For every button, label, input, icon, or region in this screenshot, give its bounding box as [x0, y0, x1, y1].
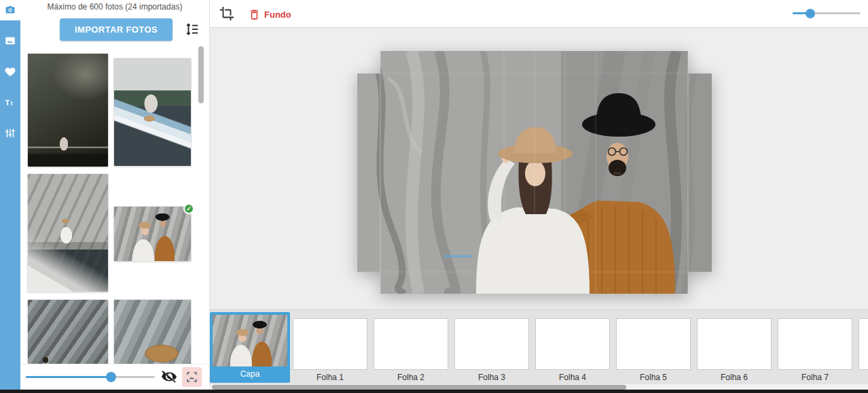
photo-limit-text: Máximo de 600 fotos (24 importadas)	[20, 2, 209, 12]
pages-filmstrip: Capa Folha 1 Folha 2 Folha 3 Folha 4 Fol…	[210, 309, 868, 384]
photo-thumbnail-woman-hat-closeup[interactable]	[113, 299, 192, 364]
sort-lines-icon	[185, 22, 200, 37]
photos-panel-footer	[20, 364, 209, 390]
photo-thumbnail-couple-marble-wall[interactable]: ✓	[113, 206, 192, 262]
delete-background-label: Fundo	[264, 10, 291, 20]
image-icon	[4, 35, 16, 47]
page-tile-folha-6[interactable]	[697, 318, 772, 370]
page-label: Folha 6	[697, 373, 772, 382]
design-canvas[interactable]: dreambooks	[210, 28, 868, 309]
page-tile-folha-4[interactable]	[535, 318, 610, 370]
sidebar-item-favorites[interactable]	[0, 62, 20, 82]
editor-toolbar: Fundo	[210, 0, 868, 28]
autofill-placeholder-button[interactable]	[182, 367, 202, 387]
photo-thumbnail-woman-on-white-boat-bow[interactable]	[27, 173, 109, 292]
photo-thumbnail-grid: ✓	[20, 48, 209, 364]
photos-panel-scrollbar[interactable]	[198, 46, 204, 103]
photo-thumbnail-woman-leaning-from-boat[interactable]	[113, 58, 192, 167]
crop-icon	[219, 6, 234, 21]
camera-icon	[4, 4, 16, 16]
capa-thumbnail	[213, 315, 287, 366]
filmstrip-scrollbar-track	[210, 384, 868, 390]
trash-icon	[248, 8, 261, 21]
page-label: Capa	[210, 369, 290, 379]
photo-used-check-icon: ✓	[183, 203, 194, 214]
editor-main-area: Fundo	[209, 0, 868, 390]
crop-button[interactable]	[218, 5, 236, 23]
photos-panel: Máximo de 600 fotos (24 importadas) IMPO…	[20, 0, 209, 390]
delete-background-button[interactable]: Fundo	[248, 5, 291, 23]
page-label: Folha 1	[293, 373, 367, 382]
page-tile-folha-5[interactable]	[616, 318, 691, 370]
cover-spread[interactable]: dreambooks	[357, 51, 712, 294]
sidebar-item-adjustments[interactable]	[0, 123, 20, 143]
svg-text:T: T	[5, 99, 10, 107]
sidebar-item-backgrounds[interactable]	[0, 31, 20, 51]
import-photos-button[interactable]: IMPORTAR FOTOS	[60, 18, 173, 41]
sidebar-item-text[interactable]: T t	[0, 92, 20, 113]
page-tile-folha-2[interactable]	[374, 318, 448, 370]
watermark-text: dreambooks	[444, 254, 473, 258]
sort-photos-button[interactable]	[183, 21, 201, 39]
page-tile-partial-next[interactable]	[858, 318, 868, 370]
page-tile-folha-1[interactable]	[293, 318, 367, 370]
icon-rail: T t	[0, 0, 20, 390]
photo-thumbnail-couple-by-striped-rocks[interactable]	[27, 299, 109, 364]
page-tile-capa-selected[interactable]: Capa	[210, 312, 290, 383]
page-label: Folha 2	[374, 373, 448, 382]
page-label: Folha 3	[454, 373, 529, 382]
svg-text:t: t	[11, 101, 13, 107]
page-tile-folha-7[interactable]	[778, 318, 852, 370]
text-icon: T t	[4, 97, 16, 109]
page-tile-folha-3[interactable]	[454, 318, 529, 370]
page-label: Folha 5	[616, 373, 691, 382]
filmstrip-scrollbar-thumb[interactable]	[212, 385, 626, 390]
photo-thumbnail-cliff-with-woman[interactable]	[27, 53, 109, 167]
heart-icon	[4, 66, 16, 78]
thumbnail-size-slider[interactable]	[26, 376, 155, 378]
page-label: Folha 4	[535, 373, 610, 382]
hide-used-photos-button[interactable]	[160, 369, 178, 386]
image-placeholder-icon	[186, 371, 198, 383]
window-bottom-edge	[0, 390, 868, 393]
eye-off-icon	[161, 369, 177, 385]
sidebar-item-photos[interactable]	[0, 0, 20, 20]
sliders-icon	[4, 127, 16, 139]
cover-spread-artwork: dreambooks	[357, 51, 712, 294]
canvas-zoom-slider[interactable]	[793, 12, 861, 14]
page-label: Folha 7	[778, 373, 852, 382]
